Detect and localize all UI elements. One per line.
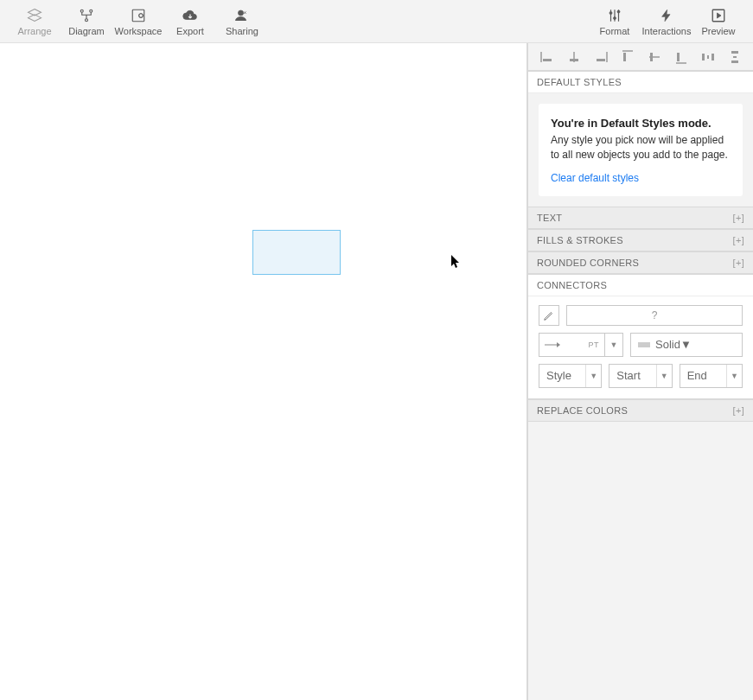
- connector-width-field[interactable]: PT: [539, 333, 604, 357]
- start-label: Start: [616, 369, 640, 382]
- export-label: Export: [176, 26, 204, 36]
- align-bottom-icon[interactable]: [671, 47, 692, 67]
- align-vcenter-icon[interactable]: [644, 47, 665, 67]
- connector-width-dropdown[interactable]: ▼: [604, 333, 623, 357]
- format-panel: DEFAULT STYLES You're in Default Styles …: [527, 43, 753, 700]
- expand-icon: [+]: [733, 235, 744, 245]
- toolbar-right-group: Format Interactions Preview: [589, 0, 744, 43]
- user-icon: [233, 7, 251, 24]
- svg-point-7: [614, 16, 616, 19]
- distribute-h-icon[interactable]: [698, 47, 718, 67]
- align-top-icon[interactable]: [617, 47, 638, 67]
- svg-rect-16: [702, 54, 705, 60]
- preview-button[interactable]: Preview: [692, 0, 744, 43]
- lightning-icon: [658, 7, 675, 24]
- toolbar-left-group: Arrange Diagram Workspace Export Sharing: [9, 0, 268, 43]
- expand-icon: [+]: [733, 405, 744, 416]
- connectors-body: ? PT ▼ Solid: [528, 296, 753, 399]
- fills-strokes-section-header[interactable]: FILLS & STROKES [+]: [528, 229, 753, 251]
- align-right-icon[interactable]: [590, 47, 611, 67]
- chevron-down-icon: ▼: [656, 365, 672, 387]
- fills-strokes-label: FILLS & STROKES: [537, 235, 623, 245]
- align-hcenter-icon[interactable]: [564, 47, 584, 67]
- connector-style-dropdown[interactable]: Style ▼: [539, 364, 602, 388]
- connector-line-style-dropdown[interactable]: Solid ▼: [630, 333, 743, 357]
- solid-line-icon: [638, 338, 650, 351]
- layers-icon: [26, 7, 43, 24]
- connector-start-dropdown[interactable]: Start ▼: [609, 364, 672, 388]
- default-styles-label: DEFAULT STYLES: [537, 77, 622, 87]
- diagram-label: Diagram: [68, 26, 105, 36]
- distribute-v-icon[interactable]: [724, 47, 745, 67]
- top-toolbar: Arrange Diagram Workspace Export Sharing: [0, 0, 753, 43]
- svg-point-5: [239, 10, 244, 16]
- canvas[interactable]: [0, 43, 527, 700]
- svg-point-0: [80, 10, 83, 12]
- svg-point-2: [86, 18, 88, 21]
- expand-icon: [+]: [733, 213, 744, 223]
- play-icon: [710, 7, 727, 24]
- info-body: Any style you pick now will be applied t…: [551, 133, 731, 162]
- interactions-label: Interactions: [642, 26, 692, 36]
- svg-rect-11: [570, 59, 578, 61]
- svg-rect-21: [733, 56, 737, 58]
- connector-color-value: ?: [652, 309, 658, 321]
- chevron-down-icon: ▼: [680, 338, 692, 351]
- arrange-button[interactable]: Arrange: [9, 0, 61, 43]
- line-style-value: Solid: [655, 338, 680, 351]
- diagram-button[interactable]: Diagram: [61, 0, 112, 43]
- connector-color-button[interactable]: [539, 305, 559, 326]
- svg-rect-17: [712, 54, 714, 60]
- expand-icon: [+]: [733, 258, 744, 268]
- sharing-button[interactable]: Sharing: [216, 0, 268, 43]
- style-label: Style: [546, 369, 571, 382]
- align-left-icon[interactable]: [537, 47, 558, 67]
- svg-rect-18: [707, 55, 709, 59]
- clear-default-styles-link[interactable]: Clear default styles: [551, 171, 639, 186]
- cloud-download-icon: [182, 7, 199, 24]
- arrange-label: Arrange: [17, 26, 51, 36]
- rounded-corners-section-header[interactable]: ROUNDED CORNERS [+]: [528, 251, 753, 274]
- pencil-icon: [543, 309, 555, 321]
- export-button[interactable]: Export: [164, 0, 216, 43]
- cursor-icon: [450, 254, 461, 270]
- interactions-button[interactable]: Interactions: [641, 0, 692, 43]
- pt-unit-label: PT: [588, 340, 599, 349]
- svg-rect-14: [650, 53, 653, 61]
- connectors-label: CONNECTORS: [537, 280, 607, 290]
- replace-colors-section-header[interactable]: REPLACE COLORS [+]: [528, 399, 753, 422]
- sharing-label: Sharing: [226, 26, 258, 36]
- connector-color-field[interactable]: ?: [566, 305, 743, 326]
- svg-rect-13: [623, 53, 626, 61]
- align-toolbar: [528, 43, 753, 71]
- workspace-label: Workspace: [115, 26, 163, 36]
- format-label: Format: [600, 26, 630, 36]
- svg-point-6: [609, 11, 612, 14]
- rounded-corners-label: ROUNDED CORNERS: [537, 258, 639, 268]
- svg-rect-10: [543, 59, 552, 61]
- default-styles-infobox: You're in Default Styles mode. Any style…: [539, 104, 743, 196]
- text-section-label: TEXT: [537, 213, 562, 223]
- connectors-section-header[interactable]: CONNECTORS: [528, 274, 753, 296]
- svg-rect-15: [677, 53, 680, 61]
- text-section-header[interactable]: TEXT [+]: [528, 207, 753, 229]
- panel-empty-area: [528, 422, 753, 700]
- svg-rect-12: [597, 59, 605, 61]
- workspace-icon: [130, 7, 147, 24]
- chevron-down-icon: ▼: [726, 365, 742, 387]
- info-title: You're in Default Styles mode.: [551, 116, 731, 131]
- format-button[interactable]: Format: [589, 0, 641, 43]
- svg-point-8: [617, 10, 620, 13]
- connector-end-dropdown[interactable]: End ▼: [680, 364, 743, 388]
- rectangle-shape[interactable]: [252, 230, 341, 275]
- chevron-down-icon: ▼: [585, 365, 601, 387]
- sliders-icon: [606, 7, 623, 24]
- workspace-button[interactable]: Workspace: [112, 0, 164, 43]
- default-styles-header[interactable]: DEFAULT STYLES: [528, 71, 753, 93]
- preview-label: Preview: [701, 26, 735, 36]
- svg-point-4: [139, 13, 144, 17]
- end-label: End: [687, 369, 707, 382]
- svg-point-1: [90, 10, 93, 12]
- svg-rect-19: [731, 51, 738, 54]
- replace-colors-label: REPLACE COLORS: [537, 405, 628, 416]
